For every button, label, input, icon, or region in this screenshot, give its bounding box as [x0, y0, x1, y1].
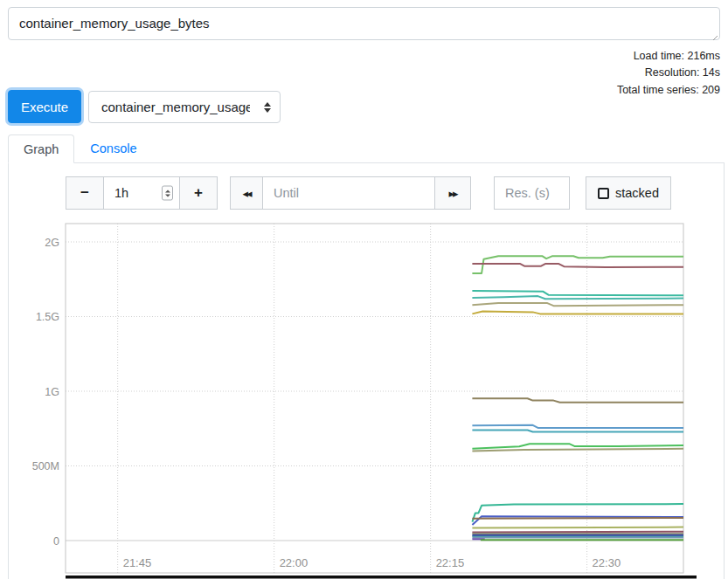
x-tick-label: 21:45 — [123, 556, 152, 569]
load-time-stat: Load time: 216ms — [617, 48, 720, 65]
series-line — [472, 398, 683, 403]
series-line — [472, 444, 683, 449]
series-line — [472, 431, 683, 432]
x-tick-label: 22:15 — [436, 556, 465, 569]
graph-chart-canvas[interactable]: 21:4522:0022:1522:300500M1G1.5G2G — [0, 218, 728, 579]
textarea-resize-grip-icon[interactable] — [710, 32, 718, 40]
range-control-group: − + — [66, 176, 218, 210]
execute-button[interactable]: Execute — [8, 90, 81, 123]
range-decrease-button[interactable]: − — [66, 176, 104, 210]
series-line — [472, 449, 683, 451]
series-line — [472, 296, 683, 299]
y-tick-label: 1.5G — [36, 311, 59, 323]
series-line — [472, 312, 683, 314]
y-tick-label: 500M — [32, 460, 59, 472]
time-control-group: ◂◂ ▸▸ — [230, 176, 471, 210]
rewind-button[interactable]: ◂◂ — [230, 176, 263, 210]
stacked-label: stacked — [615, 186, 659, 200]
metric-select-value: container_memory_usage_bytes — [101, 100, 250, 114]
resolution-input[interactable] — [494, 176, 570, 210]
expression-input[interactable]: container_memory_usage_bytes — [8, 7, 720, 40]
total-series-stat: Total time series: 209 — [617, 82, 720, 99]
series-line — [472, 532, 683, 533]
series-line — [472, 303, 683, 306]
x-tick-label: 22:00 — [280, 556, 309, 569]
fast-forward-button[interactable]: ▸▸ — [434, 176, 471, 210]
tab-graph[interactable]: Graph — [8, 134, 74, 163]
resolution-stat: Resolution: 14s — [617, 65, 720, 81]
range-increase-button[interactable]: + — [179, 176, 218, 210]
y-tick-label: 0 — [53, 535, 59, 548]
y-tick-label: 1G — [45, 386, 59, 398]
graph-controls: − + ◂◂ ▸▸ stacked — [66, 176, 671, 210]
graph-bottom-bar — [66, 576, 697, 579]
query-stats: Load time: 216ms Resolution: 14s Total t… — [617, 48, 720, 99]
series-line — [472, 518, 683, 519]
series-line — [472, 291, 683, 295]
view-tabs: Graph Console — [8, 134, 153, 162]
until-input[interactable] — [262, 176, 435, 210]
x-tick-label: 22:30 — [593, 556, 621, 569]
series-line — [472, 425, 683, 428]
plot-border — [66, 224, 683, 573]
metric-select[interactable]: container_memory_usage_bytes — [88, 91, 281, 123]
expression-input-wrap: container_memory_usage_bytes — [8, 7, 720, 44]
stacked-checkbox-icon — [598, 188, 609, 199]
stacked-toggle-button[interactable]: stacked — [586, 176, 671, 210]
range-spinner-icon[interactable] — [162, 186, 173, 201]
series-line — [472, 264, 683, 267]
tab-console[interactable]: Console — [74, 134, 152, 162]
series-line — [472, 527, 683, 528]
select-caret-icon — [264, 102, 271, 113]
y-tick-label: 2G — [45, 237, 59, 249]
